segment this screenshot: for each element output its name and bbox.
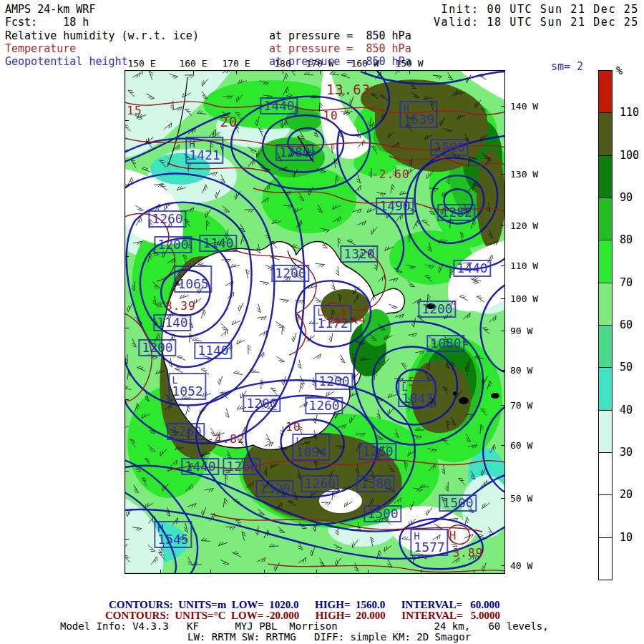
height-value: 1260 bbox=[362, 445, 393, 458]
temperature-contour-label: -4.82 bbox=[207, 434, 245, 445]
temperature-contour-label: H bbox=[449, 530, 457, 542]
height-contour-label: 1500 bbox=[364, 505, 401, 522]
longitude-label-right: 60 W bbox=[510, 440, 532, 451]
height-value: 1052 bbox=[172, 385, 203, 398]
colorbar-segment bbox=[598, 494, 613, 537]
edge-tick bbox=[125, 399, 129, 400]
height-value: 1200 bbox=[246, 397, 277, 410]
colorbar-segment bbox=[598, 283, 613, 326]
height-contour-label: 1440 bbox=[260, 97, 298, 114]
temperature-contour-label: -2.60 bbox=[371, 169, 409, 180]
longitude-label-top: 170 W bbox=[306, 58, 333, 69]
temperature-contour-label: 10 bbox=[323, 110, 338, 122]
longitude-tick bbox=[501, 405, 505, 406]
longitude-label-right: 50 W bbox=[510, 493, 532, 504]
height-contour-label: L1094 bbox=[292, 434, 330, 461]
colorbar-segment bbox=[598, 367, 613, 410]
height-value: 1440 bbox=[457, 262, 487, 275]
height-value: 1500 bbox=[434, 141, 464, 154]
colorbar-tick-label: 40 bbox=[620, 404, 633, 416]
height-value: 1094 bbox=[296, 446, 326, 459]
amps-wrf-plot: AMPS 24-km WRF Fcst: 18 h Init: 00 UTC S… bbox=[0, 0, 644, 644]
temperature-contour-label: -20.44 bbox=[321, 314, 366, 326]
colorbar-segment bbox=[598, 452, 613, 495]
height-contour-label: 1140 bbox=[199, 235, 237, 252]
colorbar-segment bbox=[598, 537, 613, 580]
height-value: 1260 bbox=[304, 477, 335, 490]
temperature-contour-label: 10 bbox=[286, 421, 301, 433]
height-value: 1380 bbox=[279, 146, 310, 159]
temperature-contour-label: -8.39 bbox=[157, 301, 195, 312]
longitude-tick bbox=[501, 445, 505, 446]
longitude-tick bbox=[501, 565, 505, 566]
longitude-label-right: 100 W bbox=[510, 293, 538, 304]
longitude-label-top: 170 E bbox=[222, 58, 250, 69]
longitude-tick bbox=[365, 70, 366, 74]
longitude-label-right: 70 W bbox=[510, 400, 532, 411]
colorbar-segment bbox=[598, 325, 613, 368]
colorbar-tick-label: 30 bbox=[620, 446, 633, 459]
edge-tick bbox=[125, 120, 129, 121]
height-contour-label: 1320 bbox=[340, 245, 378, 263]
height-value: 1500 bbox=[367, 507, 398, 520]
height-contour-label: 1260 bbox=[148, 210, 186, 228]
longitude-label-right: 120 W bbox=[510, 220, 538, 231]
edge-tick bbox=[125, 471, 129, 472]
height-value: 1140 bbox=[197, 344, 228, 357]
height-contour-label: 1490 bbox=[376, 197, 414, 215]
longitude-tick bbox=[501, 498, 505, 499]
colorbar-tick-label: 110 bbox=[620, 106, 639, 119]
field-level: at pressure = 850 hPa bbox=[269, 42, 411, 55]
longitude-label-top: 160 W bbox=[351, 58, 379, 69]
height-contour-label: 1140 bbox=[194, 342, 232, 359]
height-contour-label: 1200 bbox=[154, 236, 192, 253]
longitude-tick bbox=[501, 106, 505, 107]
longitude-tick bbox=[320, 70, 321, 74]
height-contour-label: 1440 bbox=[453, 260, 491, 277]
valid-time: Valid: 18 UTC Sun 21 Dec 25 bbox=[434, 16, 639, 28]
height-value: 1421 bbox=[189, 149, 220, 162]
height-value: 1260 bbox=[308, 399, 339, 412]
height-value: 1200 bbox=[318, 375, 349, 388]
height-contour-label: 1260 bbox=[167, 423, 205, 440]
height-contour-label: 1200 bbox=[418, 301, 456, 318]
longitude-label-top: 150 E bbox=[127, 58, 155, 69]
height-value: 1577 bbox=[414, 541, 444, 554]
colorbar-segment bbox=[598, 240, 613, 283]
height-contour-label: H1421 bbox=[185, 137, 223, 164]
map-panel: 150 E160 E170 E180170 W160 W150 W140 W13… bbox=[125, 70, 505, 574]
height-value: 1260 bbox=[152, 213, 182, 225]
height-contour-label: 1200 bbox=[315, 373, 353, 390]
longitude-tick bbox=[501, 225, 505, 226]
model-title: AMPS 24-km WRF bbox=[5, 4, 95, 15]
longitude-label-right: 130 W bbox=[510, 169, 538, 180]
edge-tick bbox=[474, 570, 474, 574]
edge-tick bbox=[421, 570, 422, 574]
height-contour-label: 1200 bbox=[243, 395, 280, 412]
longitude-label-top: 160 E bbox=[179, 58, 207, 69]
height-contour-label: 1080 bbox=[426, 335, 464, 352]
longitude-label-right: 90 W bbox=[510, 326, 532, 336]
edge-tick bbox=[264, 570, 265, 574]
height-value: 1545 bbox=[157, 533, 188, 546]
colorbar-tick-label: 90 bbox=[620, 191, 633, 204]
colorbar-tick-label: 80 bbox=[620, 233, 633, 246]
edge-tick bbox=[210, 570, 211, 574]
height-value: 1440 bbox=[185, 460, 215, 473]
temperature-contour-label: 13.63 bbox=[326, 83, 371, 97]
height-contour-label: H1539 bbox=[399, 101, 437, 128]
height-value: 1047 bbox=[401, 392, 432, 405]
field-legend-row: Relative humidity (w.r.t. ice)at pressur… bbox=[0, 29, 644, 42]
longitude-label-right: 110 W bbox=[510, 260, 538, 271]
longitude-tick bbox=[501, 331, 505, 331]
edge-tick bbox=[368, 570, 369, 574]
longitude-tick bbox=[236, 70, 237, 74]
height-contour-label: 1200 bbox=[138, 339, 176, 356]
longitude-label-right: 40 W bbox=[510, 560, 532, 571]
field-name: Geopotential height bbox=[5, 55, 128, 68]
edge-tick bbox=[316, 570, 317, 574]
longitude-tick bbox=[501, 174, 505, 175]
edge-tick bbox=[125, 256, 129, 257]
height-contour-label: 1260 bbox=[305, 397, 343, 414]
field-name: Temperature bbox=[5, 42, 76, 55]
